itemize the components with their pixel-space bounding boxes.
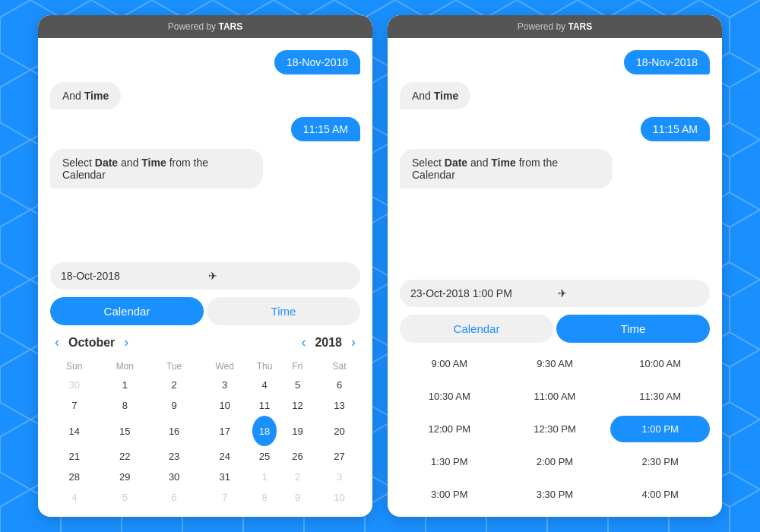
cal-day-14[interactable]: 14 (50, 416, 99, 446)
msg-date-left: 18-Nov-2018 (274, 50, 360, 74)
cal-day-5[interactable]: 5 (277, 375, 318, 395)
time-slot-10-30-AM[interactable]: 10:30 AM (400, 383, 499, 410)
cal-day-18[interactable]: 18 (252, 416, 277, 446)
left-next-month-btn[interactable]: › (119, 333, 133, 352)
cal-day-3[interactable]: 3 (197, 375, 252, 395)
msg-select-left: Select Date and Time from the Calendar (50, 149, 263, 188)
cal-day-17[interactable]: 17 (197, 416, 252, 446)
time-slot-10-00-AM[interactable]: 10:00 AM (610, 350, 710, 377)
left-input-row[interactable]: 18-Oct-2018 ✈ (50, 262, 360, 290)
cal-day-27[interactable]: 27 (318, 446, 360, 467)
time-slot-3-00-PM[interactable]: 3:00 PM (400, 481, 499, 508)
cal-day-6[interactable]: 6 (318, 375, 360, 395)
cal-day-2[interactable]: 2 (277, 467, 318, 487)
cal-day-1[interactable]: 1 (252, 467, 277, 487)
cal-day-10[interactable]: 10 (318, 487, 360, 508)
left-tab-row: Calendar Time (50, 297, 360, 325)
cal-day-3[interactable]: 3 (318, 467, 360, 487)
time-slot-2-00-PM[interactable]: 2:00 PM (505, 448, 605, 475)
cal-day-28[interactable]: 28 (50, 467, 99, 487)
cal-day-2[interactable]: 2 (151, 375, 197, 395)
time-slot-12-00-PM[interactable]: 12:00 PM (400, 416, 499, 442)
page-container: Powered by TARS 18-Nov-2018 And Time 11:… (0, 0, 760, 532)
cal-day-23[interactable]: 23 (151, 446, 197, 467)
left-chat-widget: Powered by TARS 18-Nov-2018 And Time 11:… (38, 15, 372, 517)
time-slot-3-30-PM[interactable]: 3:30 PM (505, 481, 605, 508)
cal-day-20[interactable]: 20 (318, 416, 360, 446)
msg-time-right: 11:15 AM (641, 117, 710, 141)
left-month-label: October (68, 336, 115, 350)
cal-day-7[interactable]: 7 (197, 487, 252, 508)
time-slot-4-00-PM[interactable]: 4:00 PM (610, 481, 710, 508)
left-widget-header: Powered by TARS (38, 15, 372, 38)
cal-day-30[interactable]: 30 (50, 375, 99, 395)
right-input-row[interactable]: 23-Oct-2018 1:00 PM ✈ (400, 280, 710, 307)
col-fri: Fri (277, 358, 318, 375)
left-cal-grid: Sun Mon Tue Wed Thu Fri Sat 301234567891… (50, 358, 360, 508)
right-tab-row: Calendar Time (400, 315, 710, 343)
cal-day-15[interactable]: 15 (99, 416, 151, 446)
right-tab-calendar[interactable]: Calendar (400, 315, 553, 343)
left-tab-calendar[interactable]: Calendar (50, 297, 204, 325)
time-slot-9-00-AM[interactable]: 9:00 AM (400, 350, 499, 377)
cal-day-6[interactable]: 6 (151, 487, 197, 508)
col-thu: Thu (252, 358, 277, 375)
cal-day-24[interactable]: 24 (197, 446, 252, 467)
time-slot-1-30-PM[interactable]: 1:30 PM (400, 448, 499, 475)
cal-day-31[interactable]: 31 (197, 467, 252, 487)
left-prev-year-btn[interactable]: ‹ (296, 333, 310, 352)
col-mon: Mon (99, 358, 151, 375)
cal-day-29[interactable]: 29 (99, 467, 151, 487)
left-input-value: 18-Oct-2018 (61, 270, 202, 282)
msg-select-right: Select Date and Time from the Calendar (400, 149, 613, 188)
right-tab-time[interactable]: Time (556, 315, 710, 343)
cal-day-26[interactable]: 26 (277, 446, 318, 467)
right-chat-widget: Powered by TARS 18-Nov-2018 And Time 11:… (388, 15, 722, 517)
right-time-grid: 9:00 AM9:30 AM10:00 AM10:30 AM11:00 AM11… (388, 350, 722, 517)
cal-day-13[interactable]: 13 (318, 395, 360, 416)
cal-day-11[interactable]: 11 (252, 395, 277, 416)
cal-day-7[interactable]: 7 (50, 395, 99, 416)
left-cal-nav: ‹ October › ‹ 2018 › (50, 333, 360, 352)
cal-day-9[interactable]: 9 (277, 487, 318, 508)
brand-label-left: TARS (218, 21, 242, 32)
left-calendar-section: ‹ October › ‹ 2018 › Sun Mon Tue (38, 333, 372, 517)
time-slot-11-30-AM[interactable]: 11:30 AM (610, 383, 710, 410)
msg-and-time-right: And Time (400, 82, 470, 109)
cal-day-1[interactable]: 1 (99, 375, 151, 395)
right-input-value: 23-Oct-2018 1:00 PM (410, 287, 552, 299)
col-sun: Sun (50, 358, 99, 375)
cal-day-9[interactable]: 9 (151, 395, 197, 416)
left-prev-month-btn[interactable]: ‹ (50, 333, 64, 352)
left-tab-time[interactable]: Time (207, 297, 360, 325)
cal-day-12[interactable]: 12 (277, 395, 318, 416)
cal-day-4[interactable]: 4 (50, 487, 99, 508)
cal-day-10[interactable]: 10 (197, 395, 252, 416)
time-slot-11-00-AM[interactable]: 11:00 AM (505, 383, 605, 410)
cal-day-19[interactable]: 19 (277, 416, 318, 446)
powered-by-label-right: Powered by (518, 21, 568, 32)
cal-day-4[interactable]: 4 (252, 375, 277, 395)
time-slot-9-30-AM[interactable]: 9:30 AM (505, 350, 605, 377)
left-cal-nav-left: ‹ October › (50, 333, 133, 352)
cal-day-30[interactable]: 30 (151, 467, 197, 487)
cal-day-8[interactable]: 8 (99, 395, 151, 416)
cal-day-22[interactable]: 22 (99, 446, 151, 467)
cal-day-8[interactable]: 8 (252, 487, 277, 508)
right-chat-body: 18-Nov-2018 And Time 11:15 AM Select Dat… (388, 38, 722, 280)
brand-label-right: TARS (568, 21, 592, 32)
left-send-icon[interactable]: ✈ (208, 270, 350, 282)
left-cal-nav-right: ‹ 2018 › (296, 333, 360, 352)
left-chat-body: 18-Nov-2018 And Time 11:15 AM Select Dat… (38, 38, 372, 262)
time-slot-12-30-PM[interactable]: 12:30 PM (505, 416, 605, 442)
cal-day-16[interactable]: 16 (151, 416, 197, 446)
col-sat: Sat (318, 358, 360, 375)
cal-day-5[interactable]: 5 (99, 487, 151, 508)
right-send-icon[interactable]: ✈ (558, 287, 699, 299)
cal-day-21[interactable]: 21 (50, 446, 99, 467)
time-slot-2-30-PM[interactable]: 2:30 PM (610, 448, 710, 475)
time-slot-1-00-PM[interactable]: 1:00 PM (610, 416, 710, 442)
msg-time-left: 11:15 AM (291, 117, 360, 141)
cal-day-25[interactable]: 25 (252, 446, 277, 467)
left-next-year-btn[interactable]: › (347, 333, 360, 352)
